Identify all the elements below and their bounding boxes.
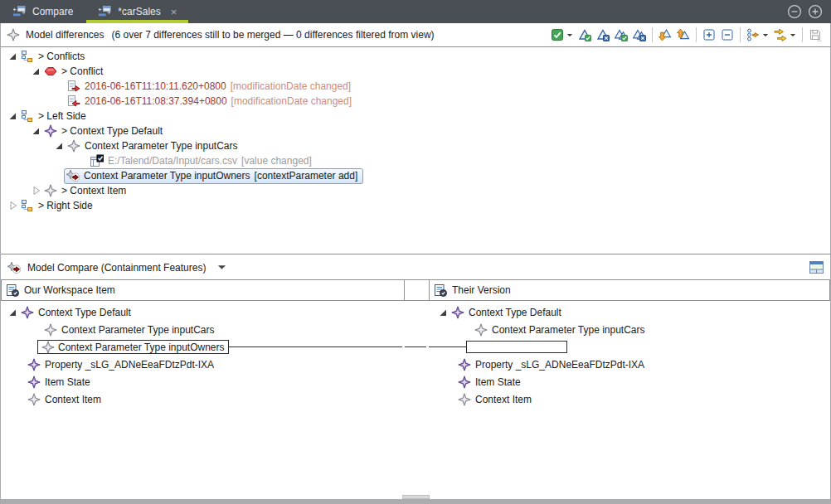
triangles-accept-icon [615, 28, 628, 41]
expand-all-icon [702, 28, 716, 41]
tree-row-input-cars[interactable]: Context Parameter Type inputCars [1, 138, 830, 153]
tab-label: *carSales [118, 6, 160, 17]
reject-change-button[interactable] [594, 27, 612, 43]
expander-icon[interactable] [29, 124, 44, 138]
expander-icon[interactable] [29, 184, 44, 197]
collapse-all-icon [721, 28, 734, 41]
workspace-item-icon [6, 284, 19, 297]
group-differences-button[interactable] [744, 27, 771, 43]
merged-filter-button[interactable] [548, 27, 576, 43]
accept-all-button[interactable] [612, 27, 630, 43]
compare-row-missing-element[interactable] [428, 338, 830, 356]
save-button[interactable] [806, 27, 824, 43]
tree-row-label: E:/Talend/Data/Input/cars.csv [108, 155, 237, 167]
toolbar-separator [652, 27, 653, 42]
triangles-reject-icon [633, 28, 646, 41]
expander-icon[interactable] [6, 50, 21, 63]
compare-row-label: Context Item [475, 394, 532, 405]
tree-row-left-side[interactable]: > Left Side [1, 109, 830, 124]
compare-row-context-item[interactable]: Context Item [1, 390, 404, 408]
left-column-label: Our Workspace Item [24, 284, 115, 296]
tree-row-conflicts[interactable]: > Conflicts [1, 49, 830, 64]
compare-row-property[interactable]: Property _sLG_ADNeEeaFDtzPdt-IXA [428, 356, 830, 373]
purple-diamond-icon [27, 358, 41, 371]
next-difference-button[interactable] [656, 27, 674, 43]
compare-row-label: Context Type Default [38, 307, 131, 318]
tree-row-context-item[interactable]: > Context Item [1, 183, 830, 198]
value-checkbox-icon [90, 154, 104, 167]
gray-diamond-icon [41, 341, 55, 354]
chevron-down-icon[interactable] [566, 33, 573, 37]
compare-row-context-type-default[interactable]: Context Type Default [1, 303, 404, 321]
compare-row-label: Property _sLG_ADNeEeaFDtzPdt-IXA [45, 359, 214, 371]
compare-row-context-type-default[interactable]: Context Type Default [428, 303, 830, 321]
triangle-down-arrow-icon [658, 28, 672, 41]
tree-row-label: 2016-06-16T11:08:37.394+0800 [85, 95, 227, 107]
gray-diamond-icon [27, 393, 41, 406]
parameter-add-icon [7, 261, 21, 274]
gray-diamond-icon [67, 139, 80, 153]
compare-row-item-state[interactable]: Item State [428, 373, 830, 390]
compare-row-input-owners[interactable]: Context Parameter Type inputOwners [1, 338, 404, 356]
chevron-down-icon[interactable] [217, 264, 226, 270]
compare-row-label: Property _sLG_ADNeEeaFDtzPdt-IXA [475, 359, 644, 371]
layout-toggle-icon[interactable] [809, 261, 824, 274]
accept-change-button[interactable] [576, 27, 594, 43]
compare-row-input-cars[interactable]: Context Parameter Type inputCars [1, 321, 404, 338]
tree-row-label: > Context Item [61, 185, 126, 196]
tree-row-label: 2016-06-16T11:10:11.620+0800 [85, 80, 226, 92]
tree-group-icon [21, 109, 34, 123]
compare-row-property[interactable]: Property _sLG_ADNeEeaFDtzPdt-IXA [1, 356, 404, 373]
model-compare-title: Model Compare (Containment Features) [27, 262, 206, 274]
toolbar-separator [696, 27, 697, 42]
expander-icon[interactable] [52, 139, 67, 153]
expander-icon[interactable] [29, 65, 44, 78]
tree-row-input-owners-selected[interactable]: Context Parameter Type inputOwners [cont… [1, 168, 830, 183]
expander-icon[interactable] [436, 306, 451, 319]
previous-difference-button[interactable] [674, 27, 692, 43]
expander-icon[interactable] [6, 199, 21, 212]
chevron-down-icon[interactable] [762, 33, 769, 37]
toolbar-buttons [548, 27, 824, 43]
our-workspace-pane: Context Type Default Context Parameter T… [1, 301, 404, 499]
expander-icon[interactable] [6, 109, 21, 123]
compare-row-context-item[interactable]: Context Item [428, 390, 830, 408]
gray-diamond-icon [474, 323, 488, 337]
reject-all-button[interactable] [630, 27, 649, 43]
tree-row-annotation: [modificationDate changed] [231, 80, 351, 92]
tree-row-annotation: [contextParameter add] [255, 170, 358, 182]
expand-all-button[interactable] [700, 27, 718, 43]
window-left-border [0, 23, 1, 504]
tab-carsales[interactable]: *carSales × [85, 0, 189, 23]
compare-column-headers: Our Workspace Item Their Version [1, 279, 830, 301]
triangle-reject-icon [596, 28, 610, 41]
tree-row-timestamp-2[interactable]: 2016-06-16T11:08:37.394+0800 [modificati… [1, 94, 830, 109]
compare-row-label: Item State [475, 376, 521, 388]
tree-row-cars-csv[interactable]: E:/Talend/Data/Input/cars.csv [value cha… [1, 153, 830, 168]
right-column-header: Their Version [429, 279, 830, 301]
chevron-down-icon[interactable] [790, 33, 796, 37]
filter-differences-button[interactable] [771, 27, 799, 43]
collapse-all-button[interactable] [718, 27, 736, 43]
expander-icon[interactable] [6, 306, 21, 319]
tree-row-context-type-default[interactable]: > Context Type Default [1, 124, 830, 138]
compare-row-input-cars[interactable]: Context Parameter Type inputCars [428, 321, 830, 338]
compare-row-item-state[interactable]: Item State [1, 373, 404, 390]
active-tab-underline [86, 20, 188, 23]
triangle-accept-icon [578, 28, 591, 41]
differences-tree: > Conflicts > Conflict 2016-06-16T11:10:… [1, 47, 830, 254]
purple-diamond-icon [44, 124, 57, 138]
triangle-up-arrow-icon [677, 28, 690, 41]
tree-row-right-side[interactable]: > Right Side [1, 198, 830, 213]
gray-diamond-icon [44, 323, 57, 337]
close-icon[interactable]: × [171, 6, 177, 18]
toolbar-separator [740, 27, 741, 42]
tab-compare[interactable]: Compare [0, 0, 85, 23]
differences-summary: (6 over 7 differences still to be merged… [112, 29, 435, 41]
tree-row-timestamp-1[interactable]: 2016-06-16T11:10:11.620+0800 [modificati… [1, 79, 830, 94]
minimize-button[interactable] [787, 4, 802, 19]
tree-row-conflict[interactable]: > Conflict [1, 64, 830, 79]
maximize-button[interactable] [808, 4, 823, 19]
compare-row-label: Context Item [45, 394, 101, 405]
window-bottom-border [0, 499, 831, 504]
